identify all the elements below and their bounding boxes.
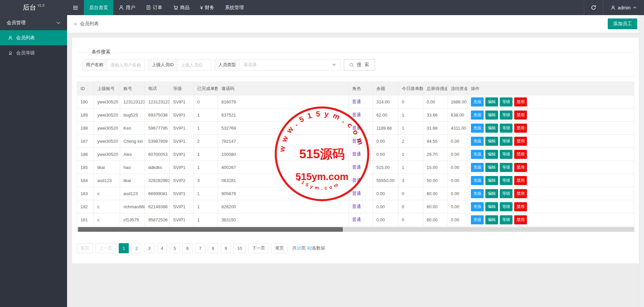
sidebar-item-member-level[interactable]: 会员等级 [0,45,67,60]
recharge-button[interactable]: 充值 [471,215,484,224]
cell-account: 123123123 [120,95,145,108]
page-button-6[interactable]: 6 [182,243,193,253]
recharge-button[interactable]: 充值 [471,150,484,159]
tab-label: 系统管理 [225,5,244,11]
disable-button[interactable]: 禁用 [514,124,527,133]
disable-button[interactable]: 禁用 [514,163,527,172]
recharge-button[interactable]: 充值 [471,163,484,172]
cell-today_orders: 2 [398,135,423,148]
level-button[interactable]: 等级 [500,163,513,172]
page-button-1[interactable]: 1 [119,243,129,253]
level-button[interactable]: 等级 [500,97,513,106]
edit-button[interactable]: 编辑 [485,124,498,133]
edit-button[interactable]: 编辑 [485,215,498,224]
role-link[interactable]: 普通 [352,112,361,117]
disable-button[interactable]: 禁用 [514,137,527,146]
username-input[interactable] [107,59,145,70]
cell-total_commission: 0.00 [423,95,447,108]
role-link[interactable]: 普通 [352,151,361,157]
edit-button[interactable]: 编辑 [485,176,498,185]
disable-button[interactable]: 禁用 [514,97,527,106]
disable-button[interactable]: 禁用 [514,215,527,224]
person-type-select[interactable]: 请选择 [239,59,340,70]
level-button[interactable]: 等级 [500,150,513,159]
search-button[interactable]: 搜 索 [344,59,375,71]
page-button-7[interactable]: 7 [195,243,205,253]
level-button[interactable]: 等级 [500,111,513,120]
disable-button[interactable]: 禁用 [514,150,527,159]
recharge-button[interactable]: 充值 [471,176,484,185]
role-link[interactable]: 普通 [352,125,361,130]
cell-account: richman888 [120,200,145,213]
next-page-button[interactable]: 下一页 [248,243,269,253]
refresh-button[interactable] [584,0,603,15]
tab-users[interactable]: 用户 [113,0,141,15]
level-button[interactable]: 等级 [500,215,513,224]
level-button[interactable]: 等级 [500,124,513,133]
level-button[interactable]: 等级 [500,189,513,198]
search-legend: 条件搜索 [88,49,114,55]
cell-account: asd123 [120,187,145,200]
parent-id-input[interactable] [177,59,211,70]
edit-button[interactable]: 编辑 [485,189,498,198]
sidebar-item-member-list[interactable]: 会员列表 [0,30,67,45]
disable-button[interactable]: 禁用 [514,111,527,120]
page-button-2[interactable]: 2 [131,243,142,253]
role-link[interactable]: 普通 [352,138,361,143]
tab-goods[interactable]: 商品 [168,0,195,15]
edit-button[interactable]: 编辑 [485,163,498,172]
recharge-button[interactable]: 充值 [471,97,484,106]
role-link[interactable]: 普通 [352,99,361,104]
scrollbar-thumb[interactable] [78,227,343,232]
level-button[interactable]: 等级 [500,137,513,146]
tab-system[interactable]: 系统管理 [220,0,249,15]
page-button-3[interactable]: 3 [144,243,154,253]
cell-account: Ken [120,122,145,135]
edit-button[interactable]: 编辑 [485,97,498,106]
page-button-8[interactable]: 8 [208,243,218,253]
recharge-button[interactable]: 充值 [471,189,484,198]
page-button-4[interactable]: 4 [157,243,167,253]
page-button-9[interactable]: 9 [221,243,231,253]
page-button-10[interactable]: 10 [233,243,246,253]
cell-completed_orders: 3 [194,174,218,187]
page-button-5[interactable]: 5 [170,243,180,253]
last-page-button[interactable]: 尾页 [271,243,287,253]
cell-actions: 充值编辑等级禁用 [468,213,634,226]
role-link[interactable]: 普通 [352,204,361,209]
recharge-button[interactable]: 充值 [471,111,484,120]
edit-button[interactable]: 编辑 [485,202,498,211]
edit-button[interactable]: 编辑 [485,111,498,120]
disable-button[interactable]: 禁用 [514,189,527,198]
hamburger-icon [72,5,78,10]
role-link[interactable]: 普通 [352,178,361,183]
recharge-button[interactable]: 充值 [471,137,484,146]
user-menu[interactable]: admin [603,0,644,15]
user-icon [8,36,13,40]
cell-id: 190 [77,95,94,108]
tab-orders[interactable]: 订单 [141,0,168,15]
horizontal-scrollbar[interactable] [77,227,634,232]
tab-dashboard[interactable]: 后台首页 [84,0,113,15]
level-button[interactable]: 等级 [500,202,513,211]
disable-button[interactable]: 禁用 [514,176,527,185]
edit-button[interactable]: 编辑 [485,137,498,146]
vertical-scrollbar[interactable] [639,15,644,307]
prev-page-button[interactable]: 上一页 [96,243,116,253]
tab-finance[interactable]: ¥ 财务 [195,0,220,15]
add-staff-button[interactable]: 添加员工 [608,18,637,29]
role-link[interactable]: 普通 [352,191,361,196]
cell-completed_orders: 1 [194,161,218,174]
disable-button[interactable]: 禁用 [514,202,527,211]
sidebar-group-member-management[interactable]: 会员管理 [0,15,67,30]
cell-parent_account: ywei30520 [94,108,120,122]
role-link[interactable]: 普通 [352,165,361,170]
recharge-button[interactable]: 充值 [471,202,484,211]
cell-level: SVIP1 [170,213,194,226]
level-button[interactable]: 等级 [500,176,513,185]
role-link[interactable]: 普通 [352,217,361,222]
edit-button[interactable]: 编辑 [485,150,498,159]
recharge-button[interactable]: 充值 [471,124,484,133]
collapse-menu-button[interactable] [67,0,84,15]
first-page-button[interactable]: 首页 [77,243,93,253]
